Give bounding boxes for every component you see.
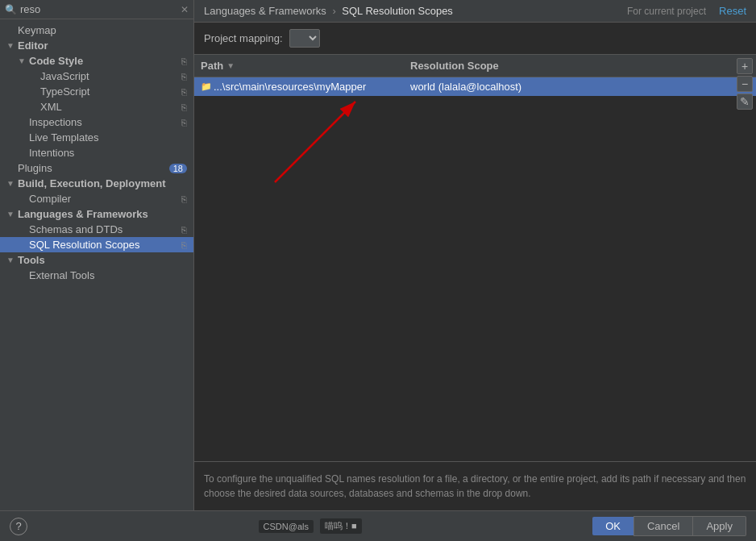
sidebar-item-languages-frameworks[interactable]: ▼Languages & Frameworks <box>0 206 193 222</box>
sidebar-item-label-typescript: TypeScript <box>40 85 178 98</box>
copy-icon-typescript: ⎘ <box>181 87 187 97</box>
sidebar-item-label-languages-frameworks: Languages & Frameworks <box>18 208 187 220</box>
search-icon: 🔍 <box>5 4 17 15</box>
tree-arrow-languages-frameworks: ▼ <box>6 210 18 218</box>
sidebar-item-build-execution[interactable]: ▼Build, Execution, Deployment <box>0 176 193 191</box>
col-path-header: Path ▼ <box>194 58 404 73</box>
sidebar-item-label-sql-resolution: SQL Resolution Scopes <box>29 239 178 251</box>
tree-arrow-code-style: ▼ <box>18 56 29 65</box>
copy-icon-code-style: ⎘ <box>181 56 187 66</box>
sidebar-item-label-schemas-dtds: Schemas and DTDs <box>29 223 178 235</box>
mapping-select[interactable] <box>289 29 320 48</box>
side-actions: + − ✎ <box>733 55 756 113</box>
badge-plugins: 18 <box>169 164 187 173</box>
annotation-arrow <box>194 77 756 461</box>
tree-arrow-tools: ▼ <box>6 256 18 264</box>
help-button[interactable]: ? <box>10 518 27 535</box>
sidebar-item-editor[interactable]: ▼Editor <box>0 38 193 53</box>
sidebar-item-typescript[interactable]: TypeScript⎘ <box>0 84 193 99</box>
copy-icon-sql-resolution: ⎘ <box>181 240 187 250</box>
sidebar-item-label-external-tools: External Tools <box>29 269 187 281</box>
right-panel: Languages & Frameworks › SQL Resolution … <box>194 0 756 510</box>
sidebar-item-intentions[interactable]: Intentions <box>0 145 193 160</box>
row-scope: world (lalala@localhost) <box>404 77 756 96</box>
breadcrumb-current: SQL Resolution Scopes <box>342 5 453 17</box>
watermark-1: CSDN@als <box>259 520 314 533</box>
mapping-row: Project mapping: <box>194 23 756 55</box>
reset-button[interactable]: Reset <box>719 5 746 17</box>
apply-button[interactable]: Apply <box>693 516 746 536</box>
sidebar-item-label-build-execution: Build, Execution, Deployment <box>18 177 187 189</box>
sidebar-item-label-tools: Tools <box>18 254 187 266</box>
ok-button[interactable]: OK <box>592 517 633 535</box>
sidebar-item-inspections[interactable]: Inspections⎘ <box>0 114 193 130</box>
sidebar-item-schemas-dtds[interactable]: Schemas and DTDs⎘ <box>0 222 193 237</box>
sidebar-item-code-style[interactable]: ▼Code Style⎘ <box>0 53 193 69</box>
mapping-label: Project mapping: <box>204 32 283 44</box>
row-path: ...\src\main\resources\myMapper <box>210 77 404 96</box>
panel-header: Languages & Frameworks › SQL Resolution … <box>194 0 756 23</box>
row-icon: 📁 <box>194 81 210 92</box>
bottom-bar: ? CSDN@als 喵呜！■ OK Cancel Apply <box>0 510 756 541</box>
description-bar: To configure the unqualified SQL names r… <box>194 461 756 510</box>
sidebar-item-keymap[interactable]: Keymap <box>0 23 193 38</box>
copy-icon-xml: ⎘ <box>181 102 187 112</box>
table-area: Path ▼ Resolution Scope 📁 ...\src\main\r… <box>194 55 756 461</box>
sidebar-item-tools[interactable]: ▼Tools <box>0 252 193 268</box>
sidebar-item-label-plugins: Plugins <box>18 162 166 174</box>
sidebar-item-sql-resolution[interactable]: SQL Resolution Scopes⎘ <box>0 237 193 252</box>
sidebar-item-javascript[interactable]: JavaScript⎘ <box>0 69 193 84</box>
sidebar-item-label-keymap: Keymap <box>18 24 187 36</box>
edit-button[interactable]: ✎ <box>737 94 753 110</box>
breadcrumb-separator: › <box>332 5 339 17</box>
sidebar-item-label-compiler: Compiler <box>29 193 178 205</box>
sidebar-item-label-javascript: JavaScript <box>40 70 178 82</box>
sidebar: 🔍 ✕ Keymap▼Editor▼Code Style⎘JavaScript⎘… <box>0 0 194 510</box>
search-clear-button[interactable]: ✕ <box>181 4 189 15</box>
breadcrumb-parent: Languages & Frameworks <box>204 5 326 17</box>
sidebar-item-label-inspections: Inspections <box>29 116 178 128</box>
copy-icon-compiler: ⎘ <box>181 194 187 204</box>
sidebar-item-label-intentions: Intentions <box>29 147 187 159</box>
search-bar: 🔍 ✕ <box>0 0 193 19</box>
sidebar-item-external-tools[interactable]: External Tools <box>0 268 193 283</box>
sidebar-item-xml[interactable]: XML⎘ <box>0 99 193 114</box>
sidebar-tree: Keymap▼Editor▼Code Style⎘JavaScript⎘Type… <box>0 19 193 510</box>
cancel-button[interactable]: Cancel <box>633 516 693 536</box>
watermark-2: 喵呜！■ <box>320 518 362 534</box>
bottom-right-buttons: OK Cancel Apply <box>592 516 746 536</box>
sidebar-item-plugins[interactable]: Plugins18 <box>0 160 193 176</box>
for-current-project-label: For current project <box>627 6 706 17</box>
add-button[interactable]: + <box>737 58 753 74</box>
table-content-area: 📁 ...\src\main\resources\myMapper world … <box>194 77 756 461</box>
search-input[interactable] <box>20 3 181 15</box>
sidebar-item-live-templates[interactable]: Live Templates <box>0 130 193 145</box>
svg-line-1 <box>275 102 355 182</box>
sidebar-item-label-code-style: Code Style <box>29 55 178 67</box>
breadcrumb: Languages & Frameworks › SQL Resolution … <box>204 5 453 17</box>
sidebar-item-label-live-templates: Live Templates <box>29 131 187 144</box>
col-scope-header: Resolution Scope <box>404 58 756 73</box>
tree-arrow-editor: ▼ <box>6 41 18 50</box>
table-header: Path ▼ Resolution Scope <box>194 55 756 77</box>
sidebar-item-label-xml: XML <box>40 101 178 113</box>
remove-button[interactable]: − <box>737 76 753 92</box>
table-row[interactable]: 📁 ...\src\main\resources\myMapper world … <box>194 77 756 96</box>
sidebar-item-label-editor: Editor <box>18 40 187 52</box>
copy-icon-inspections: ⎘ <box>181 118 187 127</box>
tree-arrow-build-execution: ▼ <box>6 179 18 188</box>
copy-icon-javascript: ⎘ <box>181 72 187 81</box>
copy-icon-schemas-dtds: ⎘ <box>181 225 187 235</box>
sidebar-item-compiler[interactable]: Compiler⎘ <box>0 191 193 206</box>
watermark-area: CSDN@als 喵呜！■ <box>259 518 362 534</box>
